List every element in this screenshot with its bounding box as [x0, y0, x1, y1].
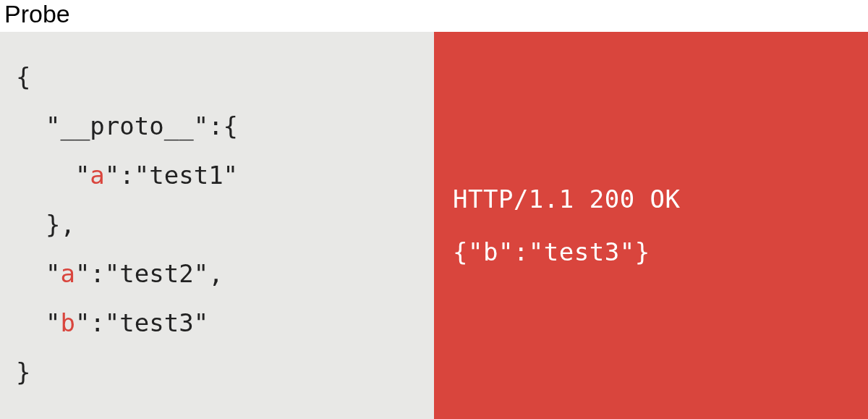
- key-b-suffix: ":"test3": [75, 308, 208, 337]
- proto-inner-suffix: ":"test1": [105, 161, 238, 190]
- page-title: Probe: [0, 0, 868, 32]
- slide-container: Probe { "__proto__":{ "a":"test1" }, "a"…: [0, 0, 868, 419]
- key-a-prefix: ": [16, 259, 60, 288]
- request-panel: { "__proto__":{ "a":"test1" }, "a":"test…: [0, 32, 434, 419]
- response-body: {"b":"test3"}: [453, 236, 849, 268]
- key-b-prefix: ": [16, 308, 60, 337]
- request-code-block: { "__proto__":{ "a":"test1" }, "a":"test…: [16, 52, 418, 397]
- brace-open: {: [16, 62, 30, 91]
- response-panel: HTTP/1.1 200 OK {"b":"test3"}: [434, 32, 868, 419]
- key-b: b: [60, 308, 75, 337]
- key-a: a: [60, 259, 75, 288]
- response-status-line: HTTP/1.1 200 OK: [453, 183, 849, 215]
- panels-row: { "__proto__":{ "a":"test1" }, "a":"test…: [0, 32, 868, 419]
- brace-close: }: [16, 357, 30, 386]
- proto-inner-key: a: [90, 161, 104, 190]
- proto-open: "__proto__":{: [16, 111, 238, 140]
- key-a-suffix: ":"test2",: [75, 259, 224, 288]
- proto-inner-prefix: ": [16, 161, 90, 190]
- proto-close: },: [16, 210, 75, 239]
